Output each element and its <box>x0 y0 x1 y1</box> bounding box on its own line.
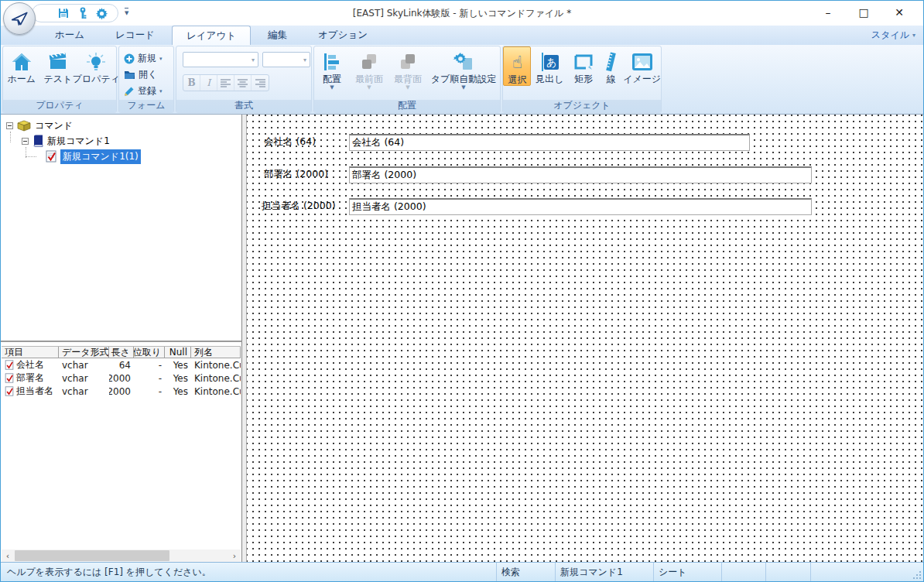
chevron-down-icon: ▾ <box>252 56 255 63</box>
ribbon-group-arrange: 配置 ▼ 最前面 ▼ 最背面 ▼ <box>313 46 501 113</box>
group-label-format: 書式 <box>176 100 311 112</box>
chevron-down-icon: ▼ <box>406 84 409 91</box>
field-scale: - <box>134 358 165 371</box>
column-header[interactable]: Null <box>165 347 191 358</box>
resize-grip[interactable] <box>919 577 921 579</box>
field-null: Yes <box>165 358 191 371</box>
heading-tool-button[interactable]: あ 見出し <box>532 46 567 84</box>
field-length: 64 <box>109 358 134 371</box>
chevron-down-icon: ▾ <box>159 56 163 62</box>
font-size-combo[interactable]: ▾ <box>262 52 310 67</box>
status-bar: ヘルプを表示するには [F1] を押してください。 検索 新規コマンド1 シート <box>1 562 923 581</box>
select-hand-icon: ☝ <box>512 51 522 74</box>
open-button[interactable]: 開く <box>124 67 163 82</box>
field-table-header: 項目 データ形式 長さ 位取り Null 列名 <box>2 346 241 358</box>
maximize-button[interactable]: □ <box>846 1 881 24</box>
scroll-right-icon[interactable]: › <box>228 549 241 562</box>
field-type: vchar <box>59 358 109 371</box>
status-segment-empty <box>810 563 923 581</box>
field-list-panel: 項目 データ形式 長さ 位取り Null 列名 会社名 vchar 64 - Y… <box>1 342 242 563</box>
property-icon <box>85 50 107 74</box>
quick-access-toolbar <box>32 4 118 22</box>
field-column: Kintone.Cu <box>191 385 241 398</box>
minimize-button[interactable]: – <box>810 1 846 24</box>
chevron-down-icon: ▼ <box>461 84 465 91</box>
field-check-icon <box>5 360 14 370</box>
window-controls: – □ ✕ <box>810 1 917 26</box>
test-icon <box>47 50 69 74</box>
bring-to-front-button: 最前面 ▼ <box>351 46 388 91</box>
tab-home[interactable]: ホーム <box>41 26 98 45</box>
tab-order-auto-button[interactable]: タブ順自動設定 ▼ <box>428 46 499 91</box>
ribbon-group-object: ☝ 選択 あ 見出し 矩形 <box>502 46 662 113</box>
register-button[interactable]: 登録 ▾ <box>124 84 163 98</box>
column-header[interactable]: 長さ <box>109 347 134 358</box>
canvas-field-textbox[interactable]: 部署名 (2000) <box>349 166 812 183</box>
tab-edit[interactable]: 編集 <box>254 26 301 45</box>
command-tree-panel: コマンド 新規コマンド1 新規コマンド1(1) <box>1 115 242 342</box>
canvas-field-textbox[interactable]: 担当者名 (2000) <box>349 198 812 215</box>
tree-collapse-icon[interactable] <box>22 138 29 145</box>
bring-to-front-icon <box>359 50 379 74</box>
application-menu-button[interactable] <box>3 2 36 35</box>
arrange-button[interactable]: 配置 ▼ <box>315 46 349 91</box>
select-tool-button[interactable]: ☝ 選択 <box>503 46 531 86</box>
tab-record[interactable]: レコード <box>101 26 169 45</box>
key-icon[interactable] <box>76 7 89 20</box>
tree-item-label: 新規コマンド1 <box>47 135 110 148</box>
tab-layout[interactable]: レイアウト <box>172 26 251 45</box>
home-property-button[interactable]: ホーム <box>4 46 39 84</box>
scroll-left-icon[interactable]: ‹ <box>2 549 14 562</box>
field-length: 2000 <box>109 371 134 385</box>
canvas-field-label[interactable]: 会社名 (64) <box>264 135 316 149</box>
app-window: ▼ [EAST] SkyLink体験版 - 新しいコマンドファイル * – □ … <box>0 0 924 582</box>
status-segment-search: 検索 <box>496 563 555 581</box>
test-button[interactable]: テスト <box>40 46 76 84</box>
horizontal-scrollbar[interactable]: ‹ › <box>2 549 241 562</box>
field-column: Kintone.Cu <box>191 371 241 385</box>
qat-customize-arrow[interactable]: ▼ <box>125 8 128 17</box>
package-icon <box>17 120 31 132</box>
table-row[interactable]: 担当者名 vchar 2000 - Yes Kintone.Cu <box>2 385 241 398</box>
tree-item-command-1[interactable]: 新規コマンド1 <box>22 134 110 148</box>
canvas-field-textbox[interactable]: 会社名 (64) <box>349 134 750 151</box>
rectangle-tool-button[interactable]: 矩形 <box>568 46 599 84</box>
field-scale: - <box>134 371 165 385</box>
image-tool-button[interactable]: イメージ <box>624 46 661 84</box>
tab-options[interactable]: オプション <box>304 26 382 45</box>
canvas-field-label[interactable]: 部署名 (2000) <box>264 168 328 181</box>
line-tool-button[interactable]: 線 <box>600 46 623 84</box>
field-scale: - <box>134 385 165 398</box>
column-header[interactable]: 位取り <box>134 347 165 358</box>
tree-item-command-root[interactable]: コマンド <box>6 118 73 132</box>
canvas-field-label[interactable]: 担当者名 (2000) <box>262 200 336 213</box>
layout-design-canvas[interactable]: 会社名 (64) 会社名 (64) 部署名 (2000) 部署名 (2000) … <box>247 115 924 563</box>
field-name: 部署名 <box>16 371 44 385</box>
settings-gear-icon[interactable] <box>95 7 108 20</box>
new-button[interactable]: 新規 ▾ <box>124 51 163 66</box>
font-family-combo[interactable]: ▾ <box>183 52 258 67</box>
group-label-object: オブジェクト <box>503 100 661 112</box>
status-help-text: ヘルプを表示するには [F1] を押してください。 <box>1 566 496 579</box>
chevron-down-icon: ▾ <box>159 88 163 94</box>
table-row[interactable]: 部署名 vchar 2000 - Yes Kintone.Cu <box>2 371 241 385</box>
text-format-buttons: B I <box>183 74 269 91</box>
tree-collapse-icon[interactable] <box>6 122 13 129</box>
style-menu-button[interactable]: スタイル ▾ <box>871 29 915 42</box>
ribbon-group-property: ホーム テスト プロパティ プロパティ <box>2 46 117 113</box>
close-button[interactable]: ✕ <box>881 1 917 24</box>
tree-item-label-selected: 新規コマンド1(1) <box>60 149 141 164</box>
line-icon <box>603 50 620 74</box>
field-length: 2000 <box>109 385 134 398</box>
scrollbar-thumb[interactable] <box>15 550 169 561</box>
property-button[interactable]: プロパティ <box>77 46 115 84</box>
column-header[interactable]: データ形式 <box>59 347 109 358</box>
tree-item-command-1-1[interactable]: 新規コマンド1(1) <box>46 149 141 163</box>
table-row[interactable]: 会社名 vchar 64 - Yes Kintone.Cu <box>2 358 241 371</box>
chevron-down-icon: ▾ <box>303 56 306 63</box>
column-header[interactable]: 項目 <box>2 347 59 358</box>
column-header[interactable]: 列名 <box>191 347 241 358</box>
title-bar: ▼ [EAST] SkyLink体験版 - 新しいコマンドファイル * – □ … <box>1 1 923 26</box>
save-icon[interactable] <box>56 7 70 20</box>
field-check-icon <box>5 386 14 396</box>
